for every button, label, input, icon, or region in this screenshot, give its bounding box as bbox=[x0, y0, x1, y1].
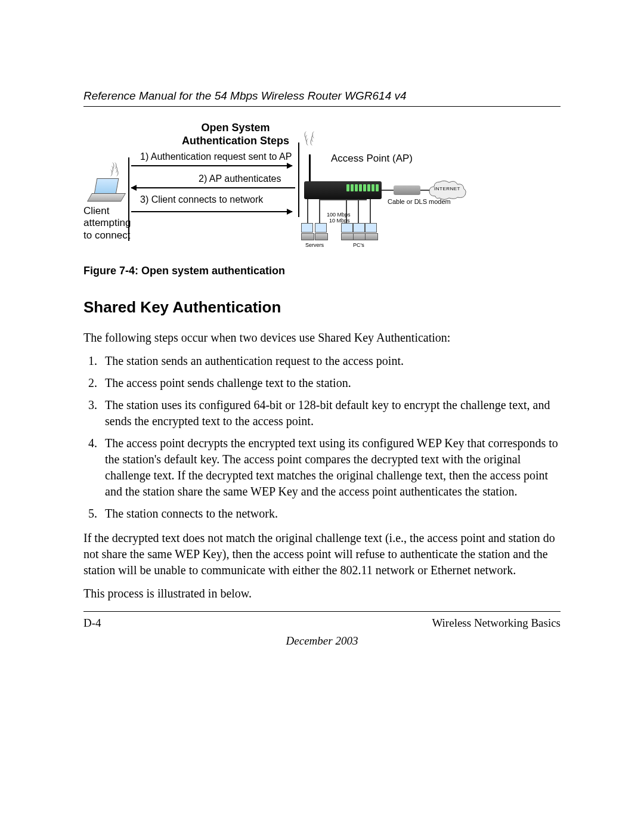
header-rule bbox=[83, 106, 561, 107]
lan-drop-4 bbox=[358, 199, 359, 223]
modem-icon bbox=[394, 185, 420, 195]
ap-label: Access Point (AP) bbox=[331, 153, 413, 165]
running-header: Reference Manual for the 54 Mbps Wireles… bbox=[83, 89, 561, 103]
figure-title-line2: Authentication Steps bbox=[182, 135, 289, 147]
speed-100: 100 Mbps bbox=[327, 212, 351, 218]
arrow-step1 bbox=[131, 165, 292, 166]
ap-timeline bbox=[298, 143, 299, 217]
cable-router-modem bbox=[382, 190, 394, 191]
arrow-step2 bbox=[131, 187, 295, 188]
wifi-icon: ))) )) ) bbox=[110, 163, 119, 174]
figure-step-1: 1) Authentication request sent to AP bbox=[140, 151, 292, 162]
servers-label: Servers bbox=[305, 242, 324, 248]
figure-title: Open System Authentication Steps bbox=[152, 122, 319, 147]
arrow-step3 bbox=[131, 211, 292, 212]
cloud-label: INTERNET bbox=[426, 186, 468, 191]
lan-drop-1 bbox=[307, 199, 308, 223]
pc-icon-2 bbox=[353, 223, 365, 240]
figure-open-system-auth: Open System Authentication Steps 1) Auth… bbox=[83, 122, 561, 253]
figure-step-3: 3) Client connects to network bbox=[140, 194, 263, 205]
auth-steps-list: The station sends an authentication requ… bbox=[83, 353, 561, 522]
list-item: The station connects to the network. bbox=[100, 506, 561, 522]
section-heading: Shared Key Authentication bbox=[83, 298, 561, 317]
lan-drop-2 bbox=[319, 199, 320, 223]
internet-cloud-icon: INTERNET bbox=[426, 178, 468, 202]
router-icon bbox=[304, 181, 382, 199]
lan-drop-5 bbox=[370, 199, 371, 223]
server-icon-1 bbox=[301, 223, 313, 240]
figure-step-2: 2) AP authenticates bbox=[199, 174, 281, 184]
server-icon-2 bbox=[315, 223, 327, 240]
figure-title-line1: Open System bbox=[201, 122, 270, 134]
pc-icon-1 bbox=[341, 223, 353, 240]
page-footer: D-4 Wireless Networking Basics December … bbox=[83, 611, 561, 648]
list-item: The access point sends challenge text to… bbox=[100, 375, 561, 391]
body-paragraph-1: If the decrypted text does not match the… bbox=[83, 530, 561, 578]
ap-wifi-icon: ) )) )) ) bbox=[304, 134, 314, 144]
footer-date: December 2003 bbox=[83, 634, 561, 648]
pc-icon-3 bbox=[365, 223, 377, 240]
figure-caption: Figure 7-4: Open system authentication bbox=[83, 265, 561, 277]
list-item: The station sends an authentication requ… bbox=[100, 353, 561, 369]
page-number: D-4 bbox=[83, 617, 101, 630]
footer-section-name: Wireless Networking Basics bbox=[432, 617, 561, 630]
laptop-icon bbox=[89, 178, 122, 202]
intro-paragraph: The following steps occur when two devic… bbox=[83, 330, 561, 346]
lan-trunk bbox=[319, 199, 367, 200]
list-item: The station uses its configured 64-bit o… bbox=[100, 397, 561, 429]
body-paragraph-2: This process is illustrated in below. bbox=[83, 586, 561, 602]
list-item: The access point decrypts the encrypted … bbox=[100, 435, 561, 500]
pcs-label: PC's bbox=[353, 242, 364, 248]
footer-rule bbox=[83, 611, 561, 612]
client-label: Client attempting to connect bbox=[83, 205, 137, 241]
